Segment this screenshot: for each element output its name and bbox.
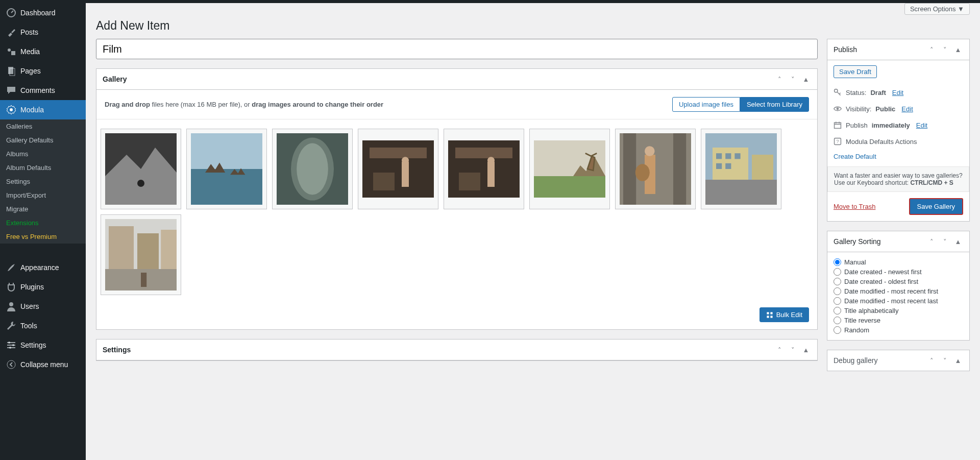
bulk-edit-button[interactable]: Bulk Edit bbox=[760, 307, 809, 322]
sort-option-title-alpha[interactable]: Title alphabetically bbox=[834, 306, 963, 316]
media-icon bbox=[6, 46, 16, 57]
chevron-down-icon[interactable]: ˅ bbox=[940, 236, 950, 247]
sort-option-random[interactable]: Random bbox=[834, 325, 963, 335]
sidebar-item-settings[interactable]: Settings bbox=[0, 335, 86, 355]
gallery-sorting-box: Gallery Sorting ˄ ˅ ▲ Manual Date create… bbox=[827, 231, 970, 341]
svg-point-18 bbox=[297, 143, 328, 195]
chevron-up-icon[interactable]: ˄ bbox=[926, 355, 937, 366]
svg-point-35 bbox=[645, 146, 655, 156]
svg-rect-45 bbox=[752, 155, 773, 180]
caret-up-icon[interactable]: ▲ bbox=[953, 44, 963, 55]
upload-image-files-button[interactable]: Upload image files bbox=[672, 97, 740, 112]
chevron-up-icon[interactable]: ˄ bbox=[774, 74, 785, 84]
debug-gallery-box: Debug gallery ˄ ˅ ▲ bbox=[827, 350, 970, 371]
svg-rect-32 bbox=[623, 133, 636, 205]
chevron-down-icon[interactable]: ˅ bbox=[940, 355, 950, 366]
save-gallery-button[interactable]: Save Gallery bbox=[909, 198, 963, 215]
gallery-thumb[interactable] bbox=[701, 129, 781, 209]
title-input[interactable] bbox=[96, 39, 818, 59]
caret-up-icon[interactable]: ▲ bbox=[953, 236, 963, 247]
gallery-thumb[interactable] bbox=[186, 129, 267, 209]
gallery-thumb[interactable] bbox=[101, 214, 181, 295]
caret-up-icon[interactable]: ▲ bbox=[953, 355, 963, 366]
create-default-link[interactable]: Create Default bbox=[834, 150, 963, 166]
edit-visibility-link[interactable]: Edit bbox=[901, 105, 913, 113]
move-to-trash-link[interactable]: Move to Trash bbox=[834, 203, 875, 210]
sidebar-sub-galleries[interactable]: Galleries bbox=[0, 119, 86, 133]
sidebar-label: Collapse menu bbox=[20, 360, 68, 369]
sidebar-item-tools[interactable]: Tools bbox=[0, 316, 86, 335]
sidebar-sub-album-defaults[interactable]: Album Defaults bbox=[0, 161, 86, 175]
sidebar-item-pages[interactable]: Pages bbox=[0, 61, 86, 81]
sort-option-date-modified-recent-first[interactable]: Date modified - most recent first bbox=[834, 286, 963, 296]
pin-icon bbox=[6, 27, 16, 37]
sidebar-sub-gallery-defaults[interactable]: Gallery Defaults bbox=[0, 133, 86, 147]
svg-rect-33 bbox=[673, 133, 686, 205]
edit-schedule-link[interactable]: Edit bbox=[916, 122, 927, 129]
svg-rect-41 bbox=[725, 153, 731, 159]
caret-up-icon[interactable]: ▲ bbox=[801, 74, 811, 84]
shortcut-tip: Want a faster and easier way to save gal… bbox=[827, 166, 969, 192]
sidebar-item-comments[interactable]: Comments bbox=[0, 81, 86, 100]
svg-rect-55 bbox=[770, 316, 772, 318]
svg-rect-50 bbox=[161, 230, 177, 269]
brush-icon bbox=[6, 262, 16, 273]
svg-rect-14 bbox=[191, 133, 262, 169]
sidebar-sub-albums[interactable]: Albums bbox=[0, 147, 86, 161]
sidebar-item-dashboard[interactable]: Dashboard bbox=[0, 3, 86, 22]
sidebar-sub-free-vs-premium[interactable]: Free vs Premium bbox=[0, 230, 86, 244]
sort-option-title-reverse[interactable]: Title reverse bbox=[834, 316, 963, 325]
comment-icon bbox=[6, 85, 16, 95]
caret-up-icon[interactable]: ▲ bbox=[801, 345, 811, 355]
calendar-icon bbox=[834, 121, 842, 129]
sidebar-item-collapse[interactable]: Collapse menu bbox=[0, 355, 86, 374]
sidebar-sub-extensions[interactable]: Extensions bbox=[0, 216, 86, 230]
sort-option-manual[interactable]: Manual bbox=[834, 257, 963, 267]
svg-rect-21 bbox=[402, 162, 409, 187]
gallery-thumb[interactable] bbox=[272, 129, 353, 209]
sort-option-date-created-oldest[interactable]: Date created - oldest first bbox=[834, 277, 963, 286]
sort-option-date-modified-recent-last[interactable]: Date modified - most recent last bbox=[834, 296, 963, 306]
save-draft-button[interactable]: Save Draft bbox=[834, 65, 877, 78]
sidebar-item-appearance[interactable]: Appearance bbox=[0, 258, 86, 277]
edit-status-link[interactable]: Edit bbox=[892, 89, 903, 96]
svg-rect-2 bbox=[11, 51, 15, 55]
sidebar-item-plugins[interactable]: Plugins bbox=[0, 277, 86, 297]
screen-options-toggle[interactable]: Screen Options ▼ bbox=[904, 3, 970, 15]
sidebar-sub-import-export[interactable]: Import/Export bbox=[0, 188, 86, 202]
schedule-line: Publish immediately Edit bbox=[834, 117, 963, 133]
sidebar-sub-migrate[interactable]: Migrate bbox=[0, 202, 86, 216]
select-from-library-button[interactable]: Select from Library bbox=[740, 97, 809, 112]
gallery-thumb[interactable] bbox=[529, 129, 610, 209]
chevron-down-icon[interactable]: ˅ bbox=[788, 74, 798, 84]
sidebar-label: Tools bbox=[20, 322, 37, 330]
sidebar-label: Posts bbox=[20, 28, 38, 36]
chevron-up-icon[interactable]: ˄ bbox=[774, 345, 785, 355]
sidebar-label: Media bbox=[20, 47, 40, 56]
svg-point-10 bbox=[7, 360, 15, 369]
sidebar-item-users[interactable]: Users bbox=[0, 297, 86, 316]
grid-icon bbox=[766, 311, 773, 319]
sidebar-spacer bbox=[0, 244, 86, 258]
sidebar-item-media[interactable]: Media bbox=[0, 42, 86, 61]
chevron-up-icon[interactable]: ˄ bbox=[926, 236, 937, 247]
chevron-down-icon[interactable]: ˅ bbox=[788, 345, 798, 355]
help-icon: ? bbox=[834, 137, 842, 146]
svg-rect-26 bbox=[487, 162, 495, 187]
gallery-grid[interactable] bbox=[96, 119, 817, 300]
chevron-down-icon[interactable]: ˅ bbox=[940, 44, 950, 55]
gallery-thumb[interactable] bbox=[615, 129, 696, 209]
sidebar-item-modula[interactable]: Modula bbox=[0, 100, 86, 119]
sort-option-date-created-newest[interactable]: Date created - newest first bbox=[834, 267, 963, 277]
admin-sidebar: Dashboard Posts Media Pages Comments Mod… bbox=[0, 0, 86, 460]
sidebar-item-posts[interactable]: Posts bbox=[0, 22, 86, 42]
gallery-thumb[interactable] bbox=[358, 129, 438, 209]
publish-box: Publish ˄ ˅ ▲ Save Draft Status: Draft E… bbox=[827, 39, 970, 222]
sidebar-sub-settings[interactable]: Settings bbox=[0, 175, 86, 188]
gallery-thumb[interactable] bbox=[101, 129, 181, 209]
sidebar-label: Appearance bbox=[20, 263, 59, 272]
gallery-thumb[interactable] bbox=[444, 129, 524, 209]
svg-point-8 bbox=[12, 344, 14, 346]
chevron-up-icon[interactable]: ˄ bbox=[926, 44, 937, 55]
svg-rect-51 bbox=[141, 273, 146, 287]
